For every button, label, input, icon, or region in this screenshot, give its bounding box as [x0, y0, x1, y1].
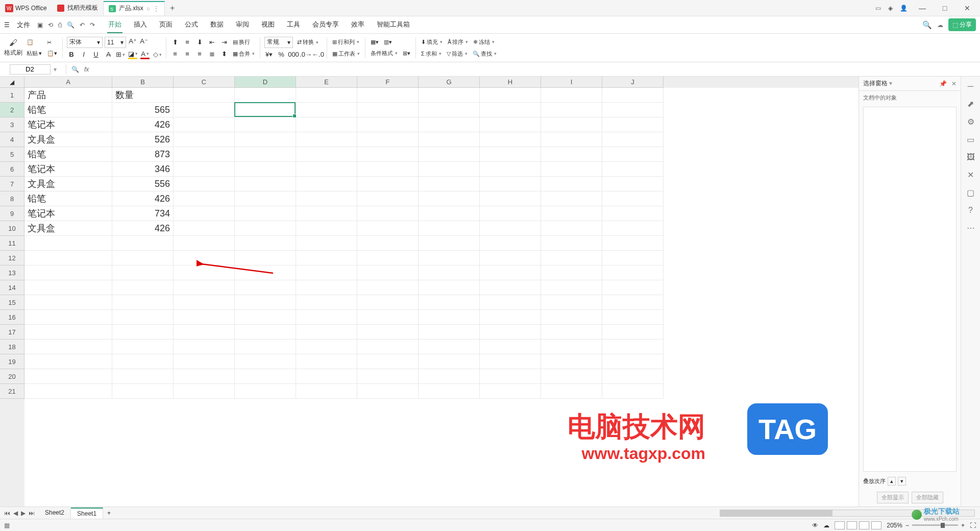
cell[interactable]	[235, 340, 296, 354]
copy-button[interactable]: 📋	[26, 38, 43, 46]
eye-icon[interactable]: 👁	[812, 522, 818, 529]
cell[interactable]	[296, 103, 357, 117]
close-pane-icon[interactable]: ✕	[951, 80, 957, 87]
cell[interactable]	[235, 221, 296, 236]
menu-tab-审阅[interactable]: 审阅	[235, 17, 250, 33]
close-tab-icon[interactable]: ⋮	[153, 5, 159, 12]
cell[interactable]	[112, 236, 174, 251]
col-header-B[interactable]: B	[112, 77, 174, 88]
file-menu[interactable]: 文件	[14, 19, 33, 31]
cell-style2-button[interactable]: ▥▾	[383, 38, 393, 46]
row-header-17[interactable]: 17	[0, 325, 24, 340]
col-header-E[interactable]: E	[296, 77, 357, 88]
cloud-status-icon[interactable]: ☁	[823, 522, 829, 529]
cell[interactable]	[357, 206, 419, 221]
cell[interactable]	[296, 132, 357, 147]
row-header-7[interactable]: 7	[0, 177, 24, 191]
row-header-16[interactable]: 16	[0, 310, 24, 325]
cell[interactable]	[174, 236, 235, 251]
cell[interactable]	[296, 325, 357, 340]
cell[interactable]	[24, 325, 112, 340]
cell[interactable]	[24, 384, 112, 399]
data-cell[interactable]: 556	[112, 177, 174, 191]
col-header-F[interactable]: F	[357, 77, 419, 88]
select-all-button[interactable]: ◢	[0, 77, 24, 88]
sum-button[interactable]: Σ 求和	[420, 49, 443, 59]
cell[interactable]	[480, 295, 541, 310]
cell[interactable]	[174, 310, 235, 325]
cell[interactable]	[112, 340, 174, 354]
cell[interactable]	[296, 266, 357, 280]
cell[interactable]	[602, 340, 664, 354]
cell[interactable]	[419, 117, 480, 132]
cell[interactable]	[419, 340, 480, 354]
image-icon[interactable]: 🖼	[967, 153, 975, 162]
cell[interactable]	[24, 251, 112, 266]
more-icon[interactable]: ⋯	[967, 223, 975, 233]
cell[interactable]	[419, 369, 480, 384]
font-select[interactable]: 宋体▾	[67, 37, 103, 48]
cell[interactable]	[296, 221, 357, 236]
cell[interactable]	[541, 280, 602, 295]
cell[interactable]	[602, 369, 664, 384]
zoom-fx-icon[interactable]: 🔍	[71, 66, 79, 73]
cell[interactable]	[357, 266, 419, 280]
cell[interactable]	[419, 354, 480, 369]
cell[interactable]	[357, 236, 419, 251]
row-header-14[interactable]: 14	[0, 280, 24, 295]
cell[interactable]	[602, 295, 664, 310]
move-down-button[interactable]: ▾	[898, 477, 906, 486]
undo-icon[interactable]: ↶	[80, 21, 85, 29]
view-normal-button[interactable]	[835, 521, 845, 529]
cell[interactable]	[296, 369, 357, 384]
cell[interactable]	[419, 191, 480, 206]
cell[interactable]	[541, 117, 602, 132]
cell[interactable]	[541, 162, 602, 177]
cell[interactable]	[541, 191, 602, 206]
cell[interactable]	[419, 236, 480, 251]
data-cell[interactable]: 565	[112, 103, 174, 117]
cell[interactable]	[235, 251, 296, 266]
row-header-5[interactable]: 5	[0, 147, 24, 162]
find-button[interactable]: 🔍 查找	[472, 49, 498, 59]
horizontal-scrollbar[interactable]	[720, 510, 975, 517]
paste-opts-button[interactable]: 📋▾	[46, 49, 58, 58]
cells[interactable]: 产品数量铅笔565笔记本426文具盒526铅笔873笔记本346文具盒556铅笔…	[24, 88, 859, 506]
cell[interactable]	[541, 103, 602, 117]
cell[interactable]	[480, 206, 541, 221]
row-header-3[interactable]: 3	[0, 117, 24, 132]
menu-tab-开始[interactable]: 开始	[107, 17, 122, 33]
print-icon[interactable]: ⎙	[58, 21, 62, 29]
cell[interactable]	[112, 295, 174, 310]
data-cell[interactable]: 文具盒	[24, 177, 112, 191]
cell[interactable]	[357, 325, 419, 340]
strike-button[interactable]: A̶	[104, 50, 113, 59]
row-header-13[interactable]: 13	[0, 266, 24, 280]
zoom-out-button[interactable]: −	[905, 522, 909, 529]
col-header-G[interactable]: G	[419, 77, 480, 88]
cell[interactable]	[419, 310, 480, 325]
row-header-18[interactable]: 18	[0, 340, 24, 354]
link-icon[interactable]: ⟲	[48, 21, 53, 29]
cell[interactable]	[602, 280, 664, 295]
col-header-A[interactable]: A	[24, 77, 112, 88]
cell[interactable]	[174, 88, 235, 103]
cell[interactable]	[24, 369, 112, 384]
row-header-15[interactable]: 15	[0, 295, 24, 310]
row-header-12[interactable]: 12	[0, 251, 24, 266]
cell[interactable]	[419, 88, 480, 103]
rowcol-button[interactable]: ⊞ 行和列	[331, 37, 361, 47]
row-header-20[interactable]: 20	[0, 369, 24, 384]
cell[interactable]	[357, 384, 419, 399]
cell[interactable]	[419, 280, 480, 295]
cell[interactable]	[541, 236, 602, 251]
cell[interactable]	[419, 206, 480, 221]
cell[interactable]	[112, 369, 174, 384]
header-cell[interactable]: 产品	[24, 88, 112, 103]
cell[interactable]	[480, 162, 541, 177]
col-header-C[interactable]: C	[174, 77, 235, 88]
fullscreen-icon[interactable]: ⛶	[970, 522, 976, 529]
worksheet-button[interactable]: ▦ 工作表	[331, 49, 361, 59]
cell[interactable]	[24, 295, 112, 310]
settings-icon[interactable]: ⚙	[967, 117, 974, 127]
